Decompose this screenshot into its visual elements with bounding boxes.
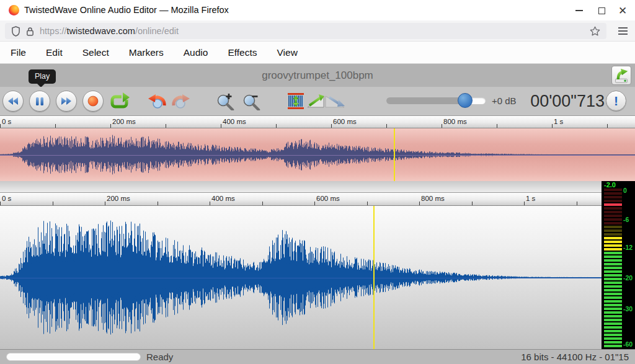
ruler-label: 0 s	[2, 118, 11, 125]
undo-icon	[148, 93, 167, 109]
menu-hamburger-icon[interactable]	[615, 24, 630, 38]
redo-button[interactable]	[170, 91, 191, 112]
maximize-button[interactable]	[591, 3, 612, 18]
zoom-in-button[interactable]	[215, 91, 236, 112]
meter-segment	[604, 237, 622, 239]
menu-item-select[interactable]: Select	[82, 47, 109, 58]
ruler-tick	[110, 124, 111, 128]
meter-segment	[604, 241, 622, 243]
document-title: groovytrumpet_100bpm	[0, 69, 635, 82]
export-icon	[613, 68, 629, 84]
fade-out-icon	[324, 94, 345, 109]
ruler-tick	[221, 124, 221, 128]
menu-item-effects[interactable]: Effects	[228, 47, 257, 58]
fit-vertical-zoom-button[interactable]	[285, 91, 306, 112]
meter-segment	[604, 322, 622, 325]
ruler-label: 400 ms	[223, 118, 246, 125]
ruler-label: 800 ms	[421, 195, 445, 202]
ruler-tick	[472, 202, 473, 205]
ruler-tick	[166, 124, 166, 128]
play-tooltip: Play	[29, 69, 56, 84]
ruler-tick	[552, 124, 553, 128]
meter-segment	[604, 203, 622, 206]
ruler-tick	[0, 124, 1, 128]
overview-ruler[interactable]: 0 s200 ms400 ms600 ms800 ms1 s	[0, 115, 635, 128]
close-button[interactable]: ✕	[612, 3, 633, 18]
record-button[interactable]	[82, 91, 104, 112]
meter-segment	[604, 345, 622, 347]
gain-slider-thumb[interactable]	[458, 93, 473, 108]
fade-out-button[interactable]	[324, 91, 345, 112]
gain-slider[interactable]	[386, 97, 486, 104]
meter-segment	[604, 330, 622, 332]
meter-segment	[604, 207, 622, 210]
meter-segment	[604, 192, 622, 195]
rewind-button[interactable]	[2, 91, 24, 112]
ruler-gap	[0, 181, 602, 192]
alert-button[interactable]: !	[606, 91, 626, 111]
ruler-label: 600 ms	[333, 118, 357, 125]
ruler-label: 800 ms	[443, 118, 467, 125]
ruler-label: 400 ms	[211, 195, 235, 202]
overview-waveform-canvas[interactable]	[0, 128, 635, 181]
status-bar: Ready 16 bits - 44100 Hz - 01"15	[0, 349, 635, 364]
fast-forward-button[interactable]	[56, 91, 77, 112]
meter-segment	[604, 222, 622, 224]
shield-icon[interactable]	[11, 26, 20, 37]
main-playhead-cursor[interactable]	[373, 206, 375, 349]
menu-item-edit[interactable]: Edit	[46, 47, 63, 58]
record-icon	[87, 95, 99, 107]
browser-titlebar: TwistedWave Online Audio Editor — Mozill…	[0, 0, 635, 20]
ruler-tick	[497, 124, 497, 128]
ruler-tick	[442, 124, 442, 128]
time-display[interactable]: 00'00"713	[524, 92, 605, 111]
main-waveform[interactable]	[0, 206, 602, 349]
meter-segment	[604, 244, 622, 247]
meter-segment	[604, 282, 622, 284]
undo-button[interactable]	[147, 91, 168, 112]
lock-icon[interactable]	[26, 27, 34, 36]
loop-button[interactable]	[109, 91, 130, 112]
zoom-out-icon	[242, 92, 260, 110]
minimize-button[interactable]	[569, 3, 590, 18]
bookmark-star-icon[interactable]	[590, 26, 600, 36]
meter-segment	[604, 263, 622, 265]
overview-waveform[interactable]	[0, 128, 635, 181]
url-text[interactable]: https://twistedwave.com/online/edit	[40, 26, 584, 36]
zoom-out-button[interactable]	[241, 91, 262, 112]
meter-segment	[604, 218, 622, 221]
redo-icon	[171, 93, 190, 109]
main-waveform-canvas[interactable]	[0, 206, 602, 349]
menu-item-view[interactable]: View	[277, 47, 298, 58]
meter-segment	[604, 278, 622, 280]
ruler-label: 600 ms	[316, 195, 340, 202]
fade-in-button[interactable]	[305, 91, 326, 112]
export-button[interactable]	[611, 66, 631, 85]
status-message: Ready	[146, 352, 173, 362]
menu-item-audio[interactable]: Audio	[184, 47, 208, 58]
meter-segment	[604, 252, 622, 254]
ruler-label: 200 ms	[107, 195, 130, 202]
meter-scale-label: -30	[623, 305, 633, 313]
meter-segment	[604, 337, 622, 340]
url-bar[interactable]: https://twistedwave.com/online/edit	[5, 23, 606, 39]
app-menubar: FileEditSelectMarkersAudioEffectsView	[0, 42, 635, 64]
browser-navbar: https://twistedwave.com/online/edit	[0, 20, 635, 42]
main-ruler[interactable]: 0 s200 ms400 ms600 ms800 ms1 s	[0, 192, 602, 206]
meter-segment	[604, 285, 622, 288]
menu-item-markers[interactable]: Markers	[129, 47, 164, 58]
menu-item-file[interactable]: File	[11, 47, 26, 58]
meter-scale-label: 0	[623, 187, 627, 194]
ruler-tick	[607, 124, 608, 128]
fit-vertical-zoom-icon	[288, 93, 304, 109]
exclamation-icon: !	[614, 94, 618, 107]
horizontal-scrollbar[interactable]	[6, 353, 141, 361]
meter-segment	[604, 215, 622, 217]
ruler-tick	[105, 202, 105, 205]
meter-segment	[604, 311, 622, 314]
pause-button[interactable]	[29, 91, 50, 112]
gain-value: +0 dB	[492, 95, 517, 106]
overview-playhead-cursor[interactable]	[394, 128, 395, 181]
meter-segment	[604, 233, 622, 236]
firefox-icon	[9, 5, 19, 16]
